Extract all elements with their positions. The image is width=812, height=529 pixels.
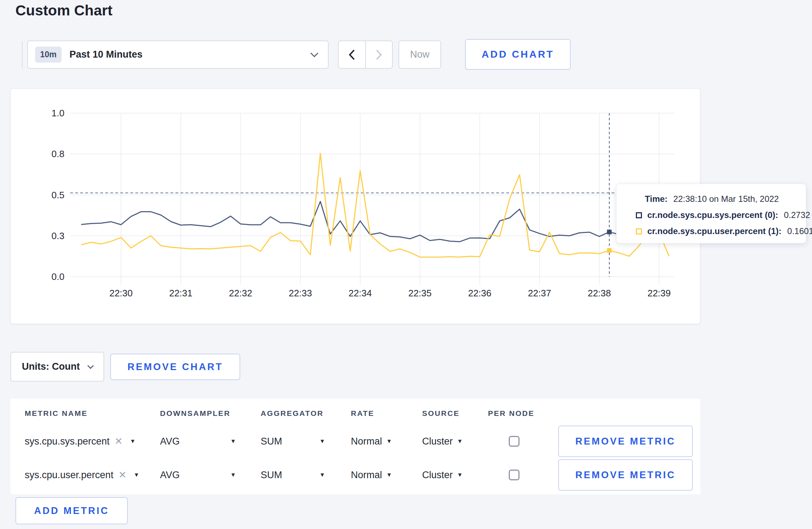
x-axis-tick-label: 22:37 — [528, 288, 551, 299]
x-axis-tick-label: 22:31 — [169, 288, 192, 299]
col-header-aggregator: AGGREGATOR — [261, 409, 351, 418]
prev-time-button[interactable] — [338, 40, 366, 69]
caret-down-icon[interactable]: ▼ — [134, 472, 139, 478]
remove-metric-button[interactable]: REMOVE METRIC — [558, 426, 693, 457]
downsampler-select[interactable]: AVG▼ — [160, 470, 236, 481]
add-metric-button[interactable]: ADD METRIC — [15, 497, 128, 524]
y-axis-tick-label: 0.0 — [52, 271, 64, 282]
caret-down-icon: ▼ — [457, 472, 463, 478]
chart-plot[interactable]: 0.00.30.50.81.022:3022:3122:3222:3322:34… — [11, 89, 701, 324]
metric-row: sys.cpu.sys.percent ✕ ▼ AVG▼ SUM▼ Normal… — [10, 424, 700, 458]
caret-down-icon: ▼ — [230, 472, 236, 478]
chart-tooltip: Time: 22:38:10 on Mar 15th, 2022 cr.node… — [616, 184, 806, 243]
remove-metric-button[interactable]: REMOVE METRIC — [558, 459, 693, 491]
caret-down-icon: ▼ — [457, 438, 463, 445]
source-select[interactable]: Cluster▼ — [422, 470, 488, 481]
y-axis-tick-label: 0.3 — [52, 230, 64, 241]
col-header-rate: RATE — [351, 409, 422, 418]
chevron-left-icon — [349, 49, 355, 60]
chevron-right-icon — [376, 49, 382, 60]
toolbar-divider — [22, 41, 23, 69]
x-axis-tick-label: 22:39 — [647, 288, 671, 299]
tooltip-time-label: Time: — [645, 194, 668, 204]
caret-down-icon: ▼ — [386, 438, 392, 445]
y-axis-tick-label: 0.5 — [52, 190, 64, 200]
time-nav-group — [338, 40, 393, 69]
chart-card[interactable]: 0.00.30.50.81.022:3022:3122:3222:3322:34… — [10, 88, 700, 324]
x-axis-tick-label: 22:36 — [468, 288, 491, 299]
time-range-dropdown[interactable]: 10m Past 10 Minutes — [27, 40, 329, 69]
tooltip-time-value: 22:38:10 on Mar 15th, 2022 — [673, 194, 779, 204]
source-select[interactable]: Cluster▼ — [422, 436, 488, 447]
caret-down-icon: ▼ — [386, 472, 392, 478]
tooltip-series-row: cr.node.sys.cpu.sys.percent (0): 0.2732 — [636, 210, 806, 220]
remove-chart-button[interactable]: REMOVE CHART — [110, 354, 240, 380]
per-node-checkbox[interactable] — [509, 470, 519, 480]
page-title: Custom Chart — [15, 2, 112, 19]
tooltip-series-name: cr.node.sys.cpu.sys.percent (0): — [647, 210, 778, 220]
now-button[interactable]: Now — [398, 40, 441, 69]
x-axis-tick-label: 22:33 — [289, 288, 312, 299]
tooltip-series-value: 0.2732 — [784, 210, 810, 220]
units-dropdown[interactable]: Units: Count — [10, 352, 104, 382]
col-header-downsampler: DOWNSAMPLER — [160, 409, 261, 418]
caret-down-icon: ▼ — [319, 438, 325, 445]
hover-marker-icon — [607, 248, 612, 253]
chevron-down-icon — [310, 52, 319, 57]
tooltip-series-name: cr.node.sys.cpu.user.percent (1): — [647, 226, 782, 236]
x-axis-tick-label: 22:34 — [348, 288, 372, 299]
remove-metric-x-icon[interactable]: ✕ — [115, 436, 123, 447]
tooltip-series-row: cr.node.sys.cpu.user.percent (1): 0.1601 — [636, 226, 806, 236]
next-time-button[interactable] — [366, 40, 393, 69]
col-header-per-node: PER NODE — [488, 409, 558, 418]
y-axis-tick-label: 0.8 — [52, 149, 64, 159]
time-range-badge: 10m — [35, 47, 62, 63]
caret-down-icon[interactable]: ▼ — [130, 438, 136, 445]
add-chart-button[interactable]: ADD CHART — [465, 39, 571, 70]
metrics-table: METRIC NAME DOWNSAMPLER AGGREGATOR RATE … — [10, 399, 700, 494]
metric-name-value[interactable]: sys.cpu.user.percent — [25, 470, 113, 481]
per-node-checkbox[interactable] — [509, 436, 519, 447]
col-header-metric-name: METRIC NAME — [25, 409, 160, 418]
metric-row: sys.cpu.user.percent ✕ ▼ AVG▼ SUM▼ Norma… — [10, 458, 700, 492]
time-range-label: Past 10 Minutes — [69, 49, 142, 60]
caret-down-icon: ▼ — [319, 472, 325, 478]
rate-select[interactable]: Normal▼ — [351, 436, 422, 447]
downsampler-select[interactable]: AVG▼ — [160, 436, 236, 447]
rate-select[interactable]: Normal▼ — [351, 470, 422, 481]
user-series-swatch-icon — [636, 228, 642, 234]
x-axis-tick-label: 22:35 — [408, 288, 431, 299]
remove-metric-x-icon[interactable]: ✕ — [119, 469, 127, 481]
aggregator-select[interactable]: SUM▼ — [261, 470, 325, 481]
x-axis-tick-label: 22:38 — [588, 288, 611, 299]
tooltip-series-value: 0.1601 — [787, 226, 812, 236]
metric-name-value[interactable]: sys.cpu.sys.percent — [25, 436, 110, 447]
sys-series-swatch-icon — [636, 212, 642, 218]
aggregator-select[interactable]: SUM▼ — [261, 436, 325, 447]
units-label: Units: Count — [22, 361, 80, 372]
metrics-table-header: METRIC NAME DOWNSAMPLER AGGREGATOR RATE … — [10, 399, 700, 424]
col-header-source: SOURCE — [422, 409, 488, 418]
x-axis-tick-label: 22:30 — [109, 288, 132, 299]
chevron-down-icon — [87, 365, 94, 369]
caret-down-icon: ▼ — [230, 438, 236, 445]
y-axis-tick-label: 1.0 — [52, 108, 64, 118]
x-axis-tick-label: 22:32 — [229, 288, 252, 299]
tooltip-time-row: Time: 22:38:10 on Mar 15th, 2022 — [636, 194, 806, 204]
hover-marker-icon — [607, 230, 612, 234]
series-line-1 — [81, 153, 669, 257]
